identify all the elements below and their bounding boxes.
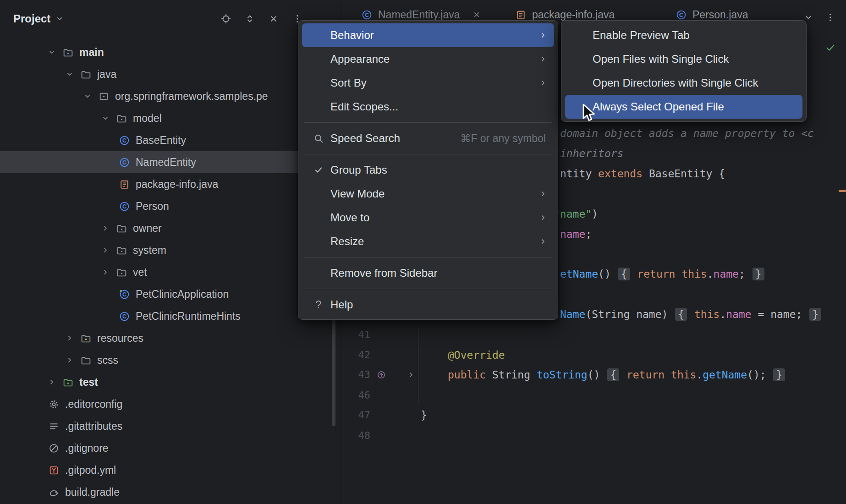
menu-item-label: Open Directories with Single Click bbox=[593, 77, 758, 89]
menu-item-label: Group Tabs bbox=[330, 164, 387, 176]
context-menu: Behavior Appearance Sort By Edit Scopes.… bbox=[298, 20, 558, 320]
tree-item-gitpod-yml[interactable]: .gitpod.yml bbox=[0, 459, 341, 481]
close-icon[interactable] bbox=[472, 10, 481, 19]
code-line: @Override bbox=[448, 348, 505, 362]
chevron-down-icon[interactable] bbox=[61, 70, 78, 79]
class-icon bbox=[117, 201, 132, 212]
tree-item-editorconfig[interactable]: .editorconfig bbox=[0, 393, 341, 415]
tree-item-system[interactable]: system bbox=[0, 239, 341, 261]
tree-item-main[interactable]: main bbox=[0, 41, 341, 63]
tree-item-baseentity[interactable]: BaseEntity bbox=[0, 129, 341, 151]
tree-item-gitignore[interactable]: .gitignore bbox=[0, 437, 341, 459]
locate-icon[interactable] bbox=[220, 13, 231, 24]
tree-item-person[interactable]: Person bbox=[0, 195, 341, 217]
menu-item-label: Speed Search bbox=[330, 132, 400, 145]
menu-item-appearance[interactable]: Appearance bbox=[302, 47, 554, 71]
check-icon bbox=[312, 165, 325, 175]
tree-item-package-info[interactable]: package-info.java bbox=[0, 173, 341, 195]
tree-item-label: resources bbox=[97, 332, 143, 345]
tree-item-resources[interactable]: resources bbox=[0, 327, 341, 349]
chevron-right-icon[interactable] bbox=[97, 268, 114, 277]
menu-item-view-mode[interactable]: View Mode bbox=[302, 182, 554, 206]
project-panel-title[interactable]: Project bbox=[13, 12, 50, 25]
code-line: public String toString() { return this.g… bbox=[448, 368, 786, 382]
code-line: domain object adds a name property to <c bbox=[560, 126, 814, 140]
tree-item-model[interactable]: model bbox=[0, 107, 341, 129]
tree-item-label: main bbox=[79, 46, 104, 59]
tree-item-label: java bbox=[97, 68, 116, 81]
submenu-item-enable-preview-tab[interactable]: Enable Preview Tab bbox=[565, 23, 802, 47]
chevron-down-icon[interactable] bbox=[79, 92, 96, 101]
tree-item-vet[interactable]: vet bbox=[0, 261, 341, 283]
tree-item-label: package-info.java bbox=[136, 178, 218, 191]
search-icon bbox=[312, 133, 325, 144]
tree-item-java[interactable]: java bbox=[0, 63, 341, 85]
tree-item-gitattributes[interactable]: .gitattributes bbox=[0, 415, 341, 437]
menu-separator bbox=[304, 154, 552, 154]
menu-item-sort-by[interactable]: Sort By bbox=[302, 71, 554, 95]
inspections-ok-icon[interactable] bbox=[825, 42, 836, 53]
folder-test-icon bbox=[60, 377, 75, 388]
tree-item-owner[interactable]: owner bbox=[0, 217, 341, 239]
menu-item-label: Move to bbox=[330, 211, 369, 224]
menu-item-speed-search[interactable]: Speed Search ⌘F or any symbol bbox=[302, 126, 554, 150]
menu-item-label: Remove from Sidebar bbox=[330, 267, 437, 279]
chevron-right-icon[interactable] bbox=[61, 356, 78, 365]
submenu-arrow-icon bbox=[538, 237, 548, 246]
list-icon bbox=[46, 421, 61, 432]
line-number: 41 bbox=[343, 328, 370, 342]
submenu-item-open-directories-with-single-click[interactable]: Open Directories with Single Click bbox=[565, 71, 802, 95]
chevron-down-icon[interactable] bbox=[55, 14, 64, 23]
more-icon[interactable] bbox=[825, 12, 836, 23]
menu-item-remove-from-sidebar[interactable]: Remove from Sidebar bbox=[302, 261, 554, 285]
submenu-arrow-icon bbox=[538, 189, 548, 198]
line-number: 46 bbox=[343, 389, 370, 402]
package-folder-icon bbox=[114, 223, 129, 234]
chevron-down-icon[interactable] bbox=[97, 114, 114, 123]
tree-item-label: org.springframework.samples.pe bbox=[115, 90, 268, 103]
package-icon bbox=[96, 91, 111, 102]
project-panel-header: Project bbox=[0, 0, 341, 38]
chevron-right-icon[interactable] bbox=[97, 224, 114, 233]
chevron-down-icon[interactable] bbox=[43, 48, 60, 57]
line-number: 48 bbox=[343, 429, 370, 443]
menu-item-resize[interactable]: Resize bbox=[302, 230, 554, 253]
fold-icon[interactable] bbox=[407, 370, 416, 379]
override-marker-icon[interactable] bbox=[377, 370, 386, 379]
tab-label: Person.java bbox=[692, 9, 748, 21]
chevron-right-icon[interactable] bbox=[97, 246, 114, 255]
menu-item-edit-scopes[interactable]: Edit Scopes... bbox=[302, 95, 554, 119]
menu-item-group-tabs[interactable]: Group Tabs bbox=[302, 158, 554, 182]
tree-item-label: PetClinicApplication bbox=[136, 288, 229, 301]
tree-item-petclinicapplication[interactable]: PetClinicApplication bbox=[0, 283, 341, 305]
ignore-icon bbox=[46, 443, 61, 454]
tree-item-petclinicruntimehints[interactable]: PetClinicRuntimeHints bbox=[0, 305, 341, 327]
menu-item-label: Resize bbox=[330, 235, 364, 248]
tree-item-test[interactable]: test bbox=[0, 371, 341, 393]
close-icon[interactable] bbox=[268, 13, 279, 24]
submenu-arrow-icon bbox=[538, 78, 548, 88]
tree-item-build-gradle[interactable]: build.gradle bbox=[0, 481, 341, 503]
menu-item-label: Appearance bbox=[330, 53, 390, 66]
boot-class-icon bbox=[117, 289, 132, 300]
tree-item-scss[interactable]: scss bbox=[0, 349, 341, 371]
menu-item-move-to[interactable]: Move to bbox=[302, 206, 554, 230]
chevron-right-icon[interactable] bbox=[61, 334, 78, 343]
scrollbar-marker[interactable] bbox=[839, 190, 846, 192]
submenu-arrow-icon bbox=[538, 213, 548, 222]
menu-item-help[interactable]: ? Help bbox=[302, 293, 554, 317]
submenu-item-always-select-opened-file[interactable]: Always Select Opened File bbox=[565, 95, 802, 119]
code-line: ntity extends BaseEntity { bbox=[560, 167, 725, 181]
expand-collapse-icon[interactable] bbox=[244, 13, 255, 24]
tree-item-namedentity[interactable]: NamedEntity bbox=[0, 151, 341, 173]
tree-item-org-springframework-samples[interactable]: org.springframework.samples.pe bbox=[0, 85, 341, 107]
menu-item-behavior[interactable]: Behavior bbox=[302, 23, 554, 47]
tree-item-label: NamedEntity bbox=[136, 156, 196, 169]
class-icon bbox=[676, 9, 687, 21]
behavior-submenu: Enable Preview Tab Open Files with Singl… bbox=[561, 20, 807, 122]
chevron-right-icon[interactable] bbox=[43, 378, 60, 387]
line-number: 47 bbox=[343, 408, 370, 422]
submenu-item-open-files-with-single-click[interactable]: Open Files with Single Click bbox=[565, 47, 802, 71]
code-line: "name") bbox=[554, 207, 598, 221]
menu-item-label: Help bbox=[330, 298, 353, 311]
